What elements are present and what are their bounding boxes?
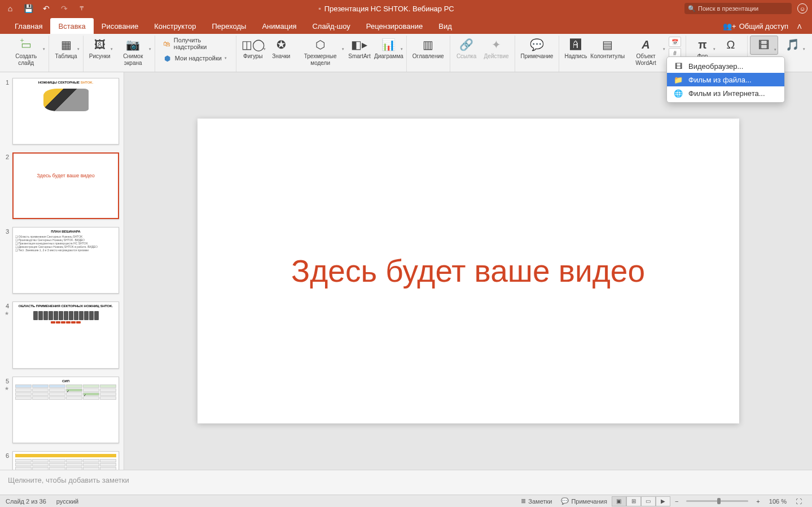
tab-review[interactable]: Рецензирование [358, 18, 431, 34]
slide-thumbnails-panel[interactable]: 1 НОЖНИЦЫ СЕКТОРНЫЕ SHTOK. 2 Здесь будет… [0, 72, 124, 470]
normal-view-button[interactable]: ▣ [612, 496, 626, 506]
comments-icon: 💬 [561, 497, 569, 505]
slide-thumbnail-2[interactable]: Здесь будет ваше видео [12, 152, 119, 219]
share-label: Общий доступ [739, 22, 788, 30]
thumb-index: 4★ [2, 301, 12, 368]
collapse-ribbon-icon[interactable]: ᐱ [794, 20, 805, 34]
user-avatar[interactable]: ☺ [797, 3, 807, 14]
ribbon-tabs: Главная Вставка Рисование Конструктор Пе… [0, 17, 812, 34]
slide-canvas-area[interactable]: Здесь будет ваше видео [124, 72, 812, 470]
textbox-button[interactable]: 🅰 Надпись [561, 36, 590, 61]
fit-to-window-button[interactable]: ⛶ [791, 498, 806, 505]
zoom-knob[interactable] [717, 498, 721, 504]
date-button[interactable]: 📅 [669, 37, 681, 47]
icons-button[interactable]: ✪ Значки [267, 36, 295, 61]
share-button[interactable]: 👥+ Общий доступ [717, 19, 794, 34]
powerpoint-icon: ▫ [318, 5, 321, 12]
table-button[interactable]: ▦ Таблица▾ [51, 36, 80, 61]
symbol-button[interactable]: Ω [717, 36, 745, 54]
slide-thumbnail-6[interactable] [12, 451, 119, 470]
thumb-index: 5★ [2, 377, 12, 443]
video-from-file-item[interactable]: 📁 Фильм из файла... [667, 73, 784, 86]
video-icon: 🎞 [758, 37, 770, 53]
slideshow-view-button[interactable]: ▶ [656, 496, 670, 506]
shapes-button[interactable]: ◫◯ Фигуры▾ [239, 36, 267, 61]
tab-draw[interactable]: Рисование [94, 18, 146, 34]
redo-icon[interactable]: ↷ [59, 3, 70, 14]
video-button[interactable]: 🎞 ▾ [750, 36, 778, 55]
get-addins-label: Получить надстройки [174, 37, 228, 50]
comments-toggle[interactable]: 💬 Примечания [556, 497, 612, 505]
thumb-index: 1 [2, 78, 12, 145]
tab-view[interactable]: Вид [431, 18, 460, 34]
slide-thumbnail-3[interactable]: ПЛАН ВЕБИНАРА ❑ Область применения Секто… [12, 227, 119, 294]
audio-button[interactable]: 🎵 ▾ [778, 36, 806, 54]
get-addins-button[interactable]: 🛍 Получить надстройки [161, 36, 231, 51]
video-from-internet-item[interactable]: 🌐 Фильм из Интернета... [667, 86, 784, 100]
toc-button[interactable]: ▥ Оглавление [409, 36, 447, 61]
number-icon: # [673, 50, 677, 56]
slide-thumbnail-5[interactable]: СИП ✓✓ [12, 377, 119, 443]
new-slide-button[interactable]: ▭＋ Создать слайд▾ [6, 36, 46, 67]
reading-view-button[interactable]: ▭ [641, 496, 656, 506]
slide-thumbnail-1[interactable]: НОЖНИЦЫ СЕКТОРНЫЕ SHTOK. [12, 78, 119, 145]
slide-main-text[interactable]: Здесь будет ваше видео [291, 253, 645, 289]
tab-insert[interactable]: Вставка [50, 18, 93, 34]
headerfooter-button[interactable]: ▤ Колонтитулы [590, 36, 625, 61]
sorter-view-button[interactable]: ⊞ [626, 496, 641, 506]
thumb-index: 3 [2, 227, 12, 294]
wordart-button[interactable]: A Объект WordArt▾ [625, 36, 666, 67]
notes-icon: ≣ [521, 497, 526, 505]
screenshot-icon: 📷 [126, 37, 140, 53]
tab-animations[interactable]: Анимация [254, 18, 304, 34]
notes-toggle[interactable]: ≣ Заметки [516, 497, 556, 505]
thumb-index: 2 [2, 152, 12, 219]
smartart-button[interactable]: ◧▸ SmartArt [345, 36, 374, 61]
link-button: 🔗 Ссылка [453, 36, 481, 61]
zoom-in-button[interactable]: + [752, 498, 764, 505]
chart-icon: 📊 [381, 37, 396, 53]
video-dropdown: 🎞 Видеобраузер... 📁 Фильм из файла... 🌐 … [666, 56, 785, 103]
zoom-out-button[interactable]: − [670, 498, 683, 505]
thumb2-text: Здесь будет ваше видео [16, 173, 116, 178]
icons-icon: ✪ [276, 37, 286, 53]
slide-thumbnail-4[interactable]: ОБЛАСТЬ ПРИМЕНЕНИЯ СЕКТОРНЫХ НОЖНИЦ SHTO… [12, 301, 119, 368]
shapes-icon: ◫◯ [242, 37, 265, 53]
pictures-button[interactable]: 🖼 Рисунки▾ [86, 36, 114, 61]
smartart-icon: ◧▸ [351, 37, 367, 53]
my-addins-button[interactable]: ⬢ Мои надстройки ▾ [161, 53, 231, 64]
my-addins-label: Мои надстройки [175, 55, 222, 62]
tab-slideshow[interactable]: Слайд-шоу [304, 18, 358, 34]
home-icon[interactable]: ⌂ [5, 3, 16, 14]
notes-pane[interactable]: Щелкните, чтобы добавить заметки [0, 470, 812, 495]
video-from-internet-label: Фильм из Интернета... [688, 89, 765, 98]
action-button: ✦ Действие [481, 36, 512, 61]
comment-button[interactable]: 💬 Примечание [517, 36, 557, 61]
video-from-file-label: Фильм из файла... [688, 76, 752, 84]
3dmodels-button[interactable]: ⬡ Трехмерные модели▾ [295, 36, 345, 67]
search-input[interactable]: 🔍 Поиск в презентации [684, 3, 792, 14]
share-icon: 👥+ [723, 22, 736, 30]
store-icon: 🛍 [163, 39, 171, 48]
zoom-percent[interactable]: 106 % [765, 498, 791, 505]
tab-design[interactable]: Конструктор [146, 18, 204, 34]
zoom-slider[interactable] [686, 500, 748, 502]
chart-button[interactable]: 📊 Диаграмма▾ [374, 36, 404, 61]
language-indicator[interactable]: русский [56, 498, 78, 505]
video-browser-item[interactable]: 🎞 Видеобраузер... [667, 59, 784, 73]
undo-icon[interactable]: ↶ [41, 3, 52, 14]
screenshot-button[interactable]: 📷 Снимок экрана▾ [114, 36, 152, 67]
qat-more-icon[interactable]: 〒 [77, 3, 88, 14]
link-icon: 🔗 [459, 37, 473, 53]
work-area: 1 НОЖНИЦЫ СЕКТОРНЫЕ SHTOK. 2 Здесь будет… [0, 72, 812, 470]
textbox-icon: 🅰 [570, 37, 581, 53]
table-icon: ▦ [61, 37, 72, 53]
tab-home[interactable]: Главная [7, 18, 50, 34]
save-icon[interactable]: 💾 [23, 3, 34, 14]
action-icon: ✦ [491, 37, 501, 53]
current-slide[interactable]: Здесь будет ваше видео [197, 119, 739, 423]
tab-transitions[interactable]: Переходы [204, 18, 254, 34]
date-icon: 📅 [671, 39, 678, 45]
cutter-graphic [43, 89, 89, 111]
toc-icon: ▥ [423, 37, 433, 53]
